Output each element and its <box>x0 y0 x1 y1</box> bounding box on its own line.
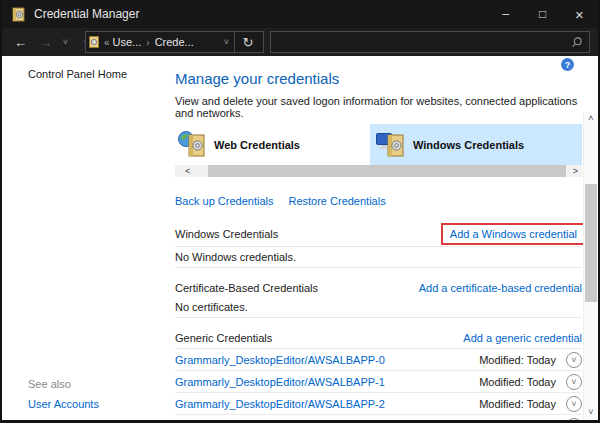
credential-name: Grammarly_DesktopEditor/AWSALBAPP-1 <box>175 376 479 388</box>
credential-tabs: Web Credentials Windows Credentials <box>175 124 582 165</box>
forward-button[interactable]: → <box>33 35 58 50</box>
scroll-right-icon[interactable]: ˃ <box>573 165 578 177</box>
add-certificate-credential-link[interactable]: Add a certificate-based credential <box>419 282 582 294</box>
navigation-bar: ← → ˅ ↑ « Use... › Crede... ˅ ↻ <box>2 28 598 56</box>
content-area: Control Panel Home See also User Account… <box>2 56 598 420</box>
credential-row: Grammarly_DesktopEditor/AWSALBAPP-3 Modi… <box>175 414 582 423</box>
section-title: Generic Credentials <box>175 332 272 344</box>
windows-credentials-empty-text: No Windows credentials. <box>175 251 582 263</box>
tab-windows-credentials[interactable]: Windows Credentials <box>370 124 582 165</box>
expand-credential-button[interactable]: ˅ <box>566 374 582 390</box>
credential-row: Grammarly_DesktopEditor/AWSALBAPP-2 Modi… <box>175 392 582 414</box>
address-dropdown-icon[interactable]: ˅ <box>224 37 229 47</box>
credential-row: Grammarly_DesktopEditor/AWSALBAPP-1 Modi… <box>175 370 582 392</box>
tab-label: Windows Credentials <box>413 139 524 151</box>
sidebar-item-control-panel-home[interactable]: Control Panel Home <box>28 68 127 80</box>
search-icon[interactable] <box>571 36 583 48</box>
credential-modified: Modified: Today <box>479 376 556 388</box>
history-dropdown-icon[interactable]: ˅ <box>58 37 73 47</box>
expand-credential-button[interactable]: ˅ <box>566 352 582 368</box>
refresh-icon[interactable]: ↻ <box>235 35 261 50</box>
credential-modified: Modified: Today <box>479 354 556 366</box>
page-description: View and delete your saved logon informa… <box>175 95 582 119</box>
scroll-up-icon[interactable]: ˄ <box>584 112 598 125</box>
breadcrumb-item-credential-manager[interactable]: Crede... <box>155 36 194 48</box>
credential-name: Grammarly_DesktopEditor/AWSALBAPP-2 <box>175 398 479 410</box>
sidebar-item-user-accounts[interactable]: User Accounts <box>28 398 99 410</box>
vertical-scrollbar[interactable]: ˄ ˅ <box>583 112 598 420</box>
breadcrumb-item-users[interactable]: Use... <box>113 36 142 48</box>
add-windows-credential-link[interactable]: Add a Windows credential <box>450 228 577 240</box>
divider <box>175 317 582 318</box>
credential-modified: Modified: Today <box>479 420 556 423</box>
maximize-button[interactable]: □ <box>524 0 561 28</box>
section-title: Certificate-Based Credentials <box>175 282 318 294</box>
web-credentials-icon <box>177 130 207 160</box>
page-title: Manage your credentials <box>175 70 582 87</box>
divider <box>175 246 582 247</box>
credential-name: Grammarly_DesktopEditor/AWSALBAPP-3 <box>175 420 479 423</box>
close-button[interactable]: × <box>561 0 598 28</box>
certificates-empty-text: No certificates. <box>175 301 582 313</box>
vertical-scrollbar-thumb[interactable] <box>585 184 597 302</box>
scroll-down-icon[interactable]: ˅ <box>584 406 598 419</box>
breadcrumb-overflow-icon[interactable]: « <box>104 37 110 48</box>
minimize-button[interactable]: – <box>487 0 524 28</box>
credential-manager-window: Credential Manager – □ × ← → ˅ ↑ « Use..… <box>0 0 600 423</box>
scroll-left-icon[interactable]: ˂ <box>185 165 190 177</box>
restore-credentials-link[interactable]: Restore Credentials <box>288 195 385 207</box>
divider <box>175 267 582 268</box>
horizontal-scrollbar[interactable]: ˂ ˃ <box>175 165 582 177</box>
app-safe-icon <box>11 7 26 22</box>
search-input[interactable] <box>271 36 571 48</box>
section-generic-credentials: Generic Credentials Add a generic creden… <box>175 326 582 350</box>
section-windows-credentials: Windows Credentials Add a Windows creden… <box>175 222 582 246</box>
expand-credential-button[interactable]: ˅ <box>566 396 582 412</box>
breadcrumb-separator-icon: › <box>146 37 149 48</box>
add-generic-credential-link[interactable]: Add a generic credential <box>463 332 582 344</box>
credential-row: Grammarly_DesktopEditor/AWSALBAPP-0 Modi… <box>175 348 582 370</box>
backup-credentials-link[interactable]: Back up Credentials <box>175 195 273 207</box>
titlebar: Credential Manager – □ × <box>2 0 598 28</box>
horizontal-scrollbar-thumb[interactable] <box>208 165 566 177</box>
annotation-highlight-box: Add a Windows credential <box>441 223 586 245</box>
credential-name: Grammarly_DesktopEditor/AWSALBAPP-0 <box>175 354 479 366</box>
address-bar[interactable]: « Use... › Crede... ˅ ↻ <box>85 31 264 53</box>
tab-label: Web Credentials <box>214 139 300 151</box>
tab-web-credentials[interactable]: Web Credentials <box>175 124 370 165</box>
back-button[interactable]: ← <box>8 35 33 50</box>
see-also-label: See also <box>28 378 71 390</box>
address-safe-icon <box>88 36 100 48</box>
section-title: Windows Credentials <box>175 228 278 240</box>
generic-credentials-list: Grammarly_DesktopEditor/AWSALBAPP-0 Modi… <box>175 348 582 423</box>
section-certificate-credentials: Certificate-Based Credentials Add a cert… <box>175 276 582 300</box>
expand-credential-button[interactable]: ˅ <box>566 418 582 423</box>
windows-credentials-icon <box>376 130 406 160</box>
search-box[interactable] <box>270 31 590 53</box>
credential-modified: Modified: Today <box>479 398 556 410</box>
window-title: Credential Manager <box>34 7 139 21</box>
